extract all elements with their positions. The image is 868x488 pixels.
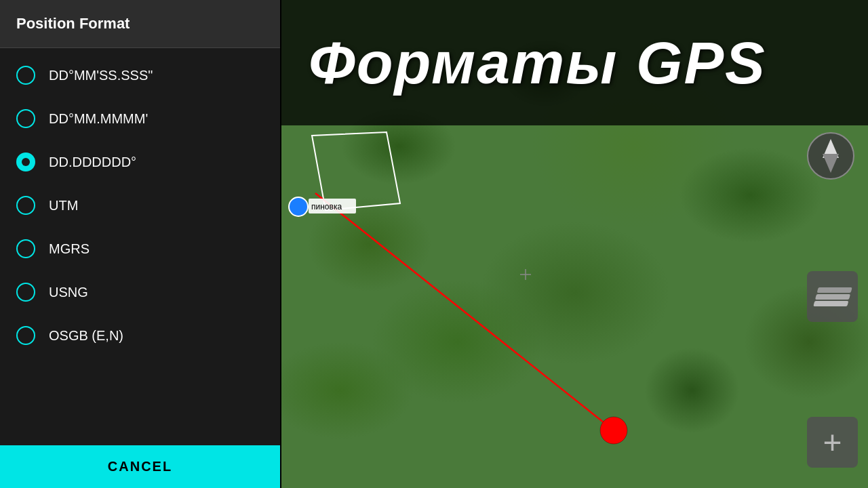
cancel-button[interactable]: CANCEL bbox=[0, 445, 280, 488]
dialog-header: Position Format bbox=[0, 0, 280, 48]
svg-marker-0 bbox=[312, 132, 400, 210]
map-overlay-svg: пиновка bbox=[281, 0, 868, 488]
radio-usng bbox=[16, 283, 35, 302]
option-label-usng: USNG bbox=[49, 285, 88, 300]
svg-line-1 bbox=[315, 193, 614, 430]
radio-mgrs bbox=[16, 239, 35, 258]
radio-osgb bbox=[16, 326, 35, 345]
option-label-osgb: OSGB (E,N) bbox=[49, 328, 123, 344]
radio-dd_mm_ss bbox=[16, 66, 35, 85]
svg-text:пиновка: пиновка bbox=[311, 202, 342, 211]
layer-icon bbox=[816, 287, 852, 293]
option-label-dd_mm_ss: DD°MM'SS.SSS" bbox=[49, 68, 153, 83]
option-item-osgb[interactable]: OSGB (E,N) bbox=[0, 314, 280, 357]
radio-utm bbox=[16, 196, 35, 215]
option-label-dd_dddddd: DD.DDDDDD° bbox=[49, 155, 136, 170]
options-list: DD°MM'SS.SSS"DD°MM.MMMM'DD.DDDDDD°UTMMGR… bbox=[0, 48, 280, 445]
option-label-mgrs: MGRS bbox=[49, 241, 90, 257]
option-item-dd_mm_ss[interactable]: DD°MM'SS.SSS" bbox=[0, 54, 280, 97]
radio-dd_mm_mmmm bbox=[16, 109, 35, 128]
dialog-panel: Position Format DD°MM'SS.SSS"DD°MM.MMMM'… bbox=[0, 0, 280, 488]
dialog-title: Position Format bbox=[16, 15, 130, 32]
option-label-dd_mm_mmmm: DD°MM.MMMM' bbox=[49, 111, 148, 127]
svg-point-2 bbox=[289, 197, 308, 216]
layers-widget[interactable] bbox=[807, 271, 858, 322]
option-item-utm[interactable]: UTM bbox=[0, 184, 280, 227]
option-item-dd_dddddd[interactable]: DD.DDDDDD° bbox=[0, 140, 280, 184]
option-item-dd_mm_mmmm[interactable]: DD°MM.MMMM' bbox=[0, 97, 280, 140]
layer-icon bbox=[814, 294, 850, 300]
zoom-in-button[interactable]: + bbox=[807, 417, 858, 468]
option-label-utm: UTM bbox=[49, 198, 78, 214]
compass-widget bbox=[807, 132, 854, 180]
radio-dd_dddddd bbox=[16, 152, 35, 171]
map-area: Форматы GPS пиновка + bbox=[281, 0, 868, 488]
option-item-usng[interactable]: USNG bbox=[0, 270, 280, 314]
svg-point-5 bbox=[600, 417, 627, 444]
layer-icon bbox=[813, 301, 848, 306]
option-item-mgrs[interactable]: MGRS bbox=[0, 227, 280, 270]
